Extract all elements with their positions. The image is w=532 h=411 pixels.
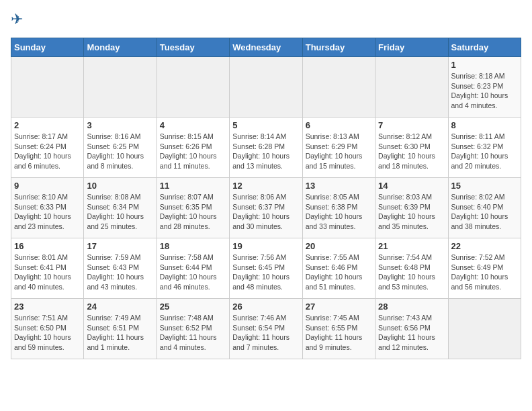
day-number: 13 <box>306 181 372 191</box>
logo: ✈ <box>11 11 32 30</box>
calendar-cell: 18Sunrise: 7:58 AM Sunset: 6:44 PM Dayli… <box>157 238 229 299</box>
day-number: 7 <box>378 120 445 130</box>
day-number: 14 <box>378 181 445 191</box>
day-info: Sunrise: 7:59 AM Sunset: 6:43 PM Dayligh… <box>87 253 153 292</box>
calendar-cell: 4Sunrise: 8:15 AM Sunset: 6:26 PM Daylig… <box>157 118 229 178</box>
day-number: 10 <box>87 181 153 191</box>
svg-text:✈: ✈ <box>11 11 23 28</box>
day-number: 23 <box>14 302 81 312</box>
day-info: Sunrise: 7:52 AM Sunset: 6:49 PM Dayligh… <box>451 253 518 292</box>
calendar-week-5: 23Sunrise: 7:51 AM Sunset: 6:50 PM Dayli… <box>11 299 521 359</box>
day-number: 27 <box>306 302 372 312</box>
calendar-week-2: 2Sunrise: 8:17 AM Sunset: 6:24 PM Daylig… <box>11 118 521 178</box>
day-number: 25 <box>160 302 226 312</box>
day-number: 24 <box>87 302 153 312</box>
day-number: 4 <box>160 120 226 130</box>
calendar-cell: 15Sunrise: 8:02 AM Sunset: 6:40 PM Dayli… <box>448 178 521 238</box>
calendar-cell: 22Sunrise: 7:52 AM Sunset: 6:49 PM Dayli… <box>448 238 521 299</box>
day-number: 26 <box>232 302 299 312</box>
calendar-cell: 28Sunrise: 7:43 AM Sunset: 6:56 PM Dayli… <box>375 299 448 359</box>
calendar-cell: 12Sunrise: 8:06 AM Sunset: 6:37 PM Dayli… <box>230 178 302 238</box>
day-info: Sunrise: 8:01 AM Sunset: 6:41 PM Dayligh… <box>14 253 81 292</box>
day-number: 12 <box>232 181 299 191</box>
day-info: Sunrise: 8:11 AM Sunset: 6:32 PM Dayligh… <box>451 132 518 171</box>
weekday-header-thursday: Thursday <box>302 38 375 57</box>
day-number: 15 <box>451 181 518 191</box>
calendar-cell: 20Sunrise: 7:55 AM Sunset: 6:46 PM Dayli… <box>302 238 375 299</box>
day-number: 17 <box>87 241 153 251</box>
weekday-header-row: SundayMondayTuesdayWednesdayThursdayFrid… <box>11 38 521 57</box>
calendar-cell: 10Sunrise: 8:08 AM Sunset: 6:34 PM Dayli… <box>84 178 157 238</box>
day-info: Sunrise: 8:16 AM Sunset: 6:25 PM Dayligh… <box>87 132 153 171</box>
day-number: 20 <box>306 241 372 251</box>
day-number: 1 <box>451 60 518 70</box>
calendar-cell: 9Sunrise: 8:10 AM Sunset: 6:33 PM Daylig… <box>11 178 84 238</box>
calendar-cell: 11Sunrise: 8:07 AM Sunset: 6:35 PM Dayli… <box>157 178 229 238</box>
day-info: Sunrise: 8:14 AM Sunset: 6:28 PM Dayligh… <box>232 132 299 171</box>
calendar-cell: 19Sunrise: 7:56 AM Sunset: 6:45 PM Dayli… <box>230 238 302 299</box>
calendar-cell <box>375 57 448 118</box>
day-number: 28 <box>378 302 445 312</box>
calendar-cell <box>157 57 229 118</box>
day-number: 6 <box>306 120 372 130</box>
calendar-cell: 27Sunrise: 7:45 AM Sunset: 6:55 PM Dayli… <box>302 299 375 359</box>
calendar-week-3: 9Sunrise: 8:10 AM Sunset: 6:33 PM Daylig… <box>11 178 521 238</box>
day-info: Sunrise: 7:46 AM Sunset: 6:54 PM Dayligh… <box>232 313 299 353</box>
day-info: Sunrise: 8:08 AM Sunset: 6:34 PM Dayligh… <box>87 192 153 232</box>
day-info: Sunrise: 7:54 AM Sunset: 6:48 PM Dayligh… <box>378 253 445 292</box>
day-number: 5 <box>232 120 299 130</box>
day-number: 19 <box>232 241 299 251</box>
day-info: Sunrise: 8:18 AM Sunset: 6:23 PM Dayligh… <box>451 71 518 111</box>
calendar-cell: 1Sunrise: 8:18 AM Sunset: 6:23 PM Daylig… <box>448 57 521 118</box>
calendar-cell: 23Sunrise: 7:51 AM Sunset: 6:50 PM Dayli… <box>11 299 84 359</box>
calendar-cell: 21Sunrise: 7:54 AM Sunset: 6:48 PM Dayli… <box>375 238 448 299</box>
day-info: Sunrise: 8:10 AM Sunset: 6:33 PM Dayligh… <box>14 192 81 232</box>
day-info: Sunrise: 8:07 AM Sunset: 6:35 PM Dayligh… <box>160 192 226 232</box>
day-info: Sunrise: 7:49 AM Sunset: 6:51 PM Dayligh… <box>87 313 153 353</box>
day-number: 22 <box>451 241 518 251</box>
day-number: 8 <box>451 120 518 130</box>
calendar-cell: 13Sunrise: 8:05 AM Sunset: 6:38 PM Dayli… <box>302 178 375 238</box>
day-info: Sunrise: 7:45 AM Sunset: 6:55 PM Dayligh… <box>306 313 372 353</box>
calendar-cell: 2Sunrise: 8:17 AM Sunset: 6:24 PM Daylig… <box>11 118 84 178</box>
calendar-cell: 5Sunrise: 8:14 AM Sunset: 6:28 PM Daylig… <box>230 118 302 178</box>
weekday-header-monday: Monday <box>84 38 157 57</box>
day-info: Sunrise: 8:12 AM Sunset: 6:30 PM Dayligh… <box>378 132 445 171</box>
calendar-cell: 26Sunrise: 7:46 AM Sunset: 6:54 PM Dayli… <box>230 299 302 359</box>
calendar-cell: 14Sunrise: 8:03 AM Sunset: 6:39 PM Dayli… <box>375 178 448 238</box>
calendar-cell: 8Sunrise: 8:11 AM Sunset: 6:32 PM Daylig… <box>448 118 521 178</box>
day-info: Sunrise: 8:15 AM Sunset: 6:26 PM Dayligh… <box>160 132 226 171</box>
day-number: 3 <box>87 120 153 130</box>
calendar-cell: 16Sunrise: 8:01 AM Sunset: 6:41 PM Dayli… <box>11 238 84 299</box>
weekday-header-wednesday: Wednesday <box>230 38 302 57</box>
calendar-cell <box>302 57 375 118</box>
day-info: Sunrise: 7:51 AM Sunset: 6:50 PM Dayligh… <box>14 313 81 353</box>
logo-icon: ✈ <box>11 11 30 30</box>
weekday-header-tuesday: Tuesday <box>157 38 229 57</box>
calendar-cell <box>11 57 84 118</box>
day-number: 16 <box>14 241 81 251</box>
weekday-header-friday: Friday <box>375 38 448 57</box>
day-info: Sunrise: 7:55 AM Sunset: 6:46 PM Dayligh… <box>306 253 372 292</box>
calendar-cell: 7Sunrise: 8:12 AM Sunset: 6:30 PM Daylig… <box>375 118 448 178</box>
day-info: Sunrise: 8:06 AM Sunset: 6:37 PM Dayligh… <box>232 192 299 232</box>
day-info: Sunrise: 8:17 AM Sunset: 6:24 PM Dayligh… <box>14 132 81 171</box>
day-info: Sunrise: 8:13 AM Sunset: 6:29 PM Dayligh… <box>306 132 372 171</box>
calendar-cell: 24Sunrise: 7:49 AM Sunset: 6:51 PM Dayli… <box>84 299 157 359</box>
day-info: Sunrise: 7:48 AM Sunset: 6:52 PM Dayligh… <box>160 313 226 353</box>
calendar-cell: 25Sunrise: 7:48 AM Sunset: 6:52 PM Dayli… <box>157 299 229 359</box>
day-number: 11 <box>160 181 226 191</box>
calendar-cell <box>448 299 521 359</box>
day-number: 21 <box>378 241 445 251</box>
day-info: Sunrise: 7:56 AM Sunset: 6:45 PM Dayligh… <box>232 253 299 292</box>
calendar-week-1: 1Sunrise: 8:18 AM Sunset: 6:23 PM Daylig… <box>11 57 521 118</box>
day-info: Sunrise: 7:58 AM Sunset: 6:44 PM Dayligh… <box>160 253 226 292</box>
calendar-week-4: 16Sunrise: 8:01 AM Sunset: 6:41 PM Dayli… <box>11 238 521 299</box>
calendar-cell: 6Sunrise: 8:13 AM Sunset: 6:29 PM Daylig… <box>302 118 375 178</box>
day-info: Sunrise: 7:43 AM Sunset: 6:56 PM Dayligh… <box>378 313 445 353</box>
calendar-cell: 17Sunrise: 7:59 AM Sunset: 6:43 PM Dayli… <box>84 238 157 299</box>
weekday-header-sunday: Sunday <box>11 38 84 57</box>
header-area: ✈ <box>11 11 521 30</box>
weekday-header-saturday: Saturday <box>448 38 521 57</box>
day-number: 2 <box>14 120 81 130</box>
